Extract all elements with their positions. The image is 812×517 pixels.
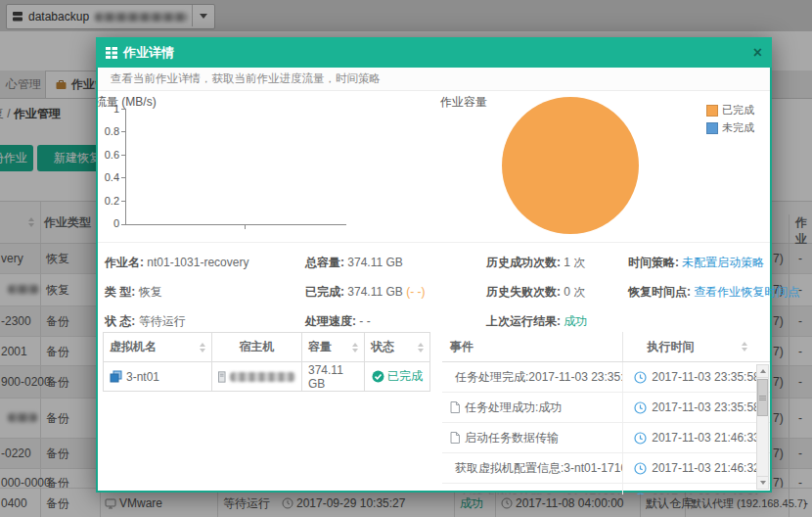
modal-title: 作业详情 [123, 44, 174, 62]
vm-name-header[interactable]: 虚拟机名 [104, 333, 212, 362]
restore-point-label: 恢复时间点: [628, 285, 691, 299]
legend-swatch-completed [706, 105, 718, 117]
server-icon [218, 371, 226, 383]
page: databackup 心管理 作业管 复 / 作业管理 份作业 新建恢复作 作业… [0, 0, 812, 517]
y-tick: 0.2 [105, 195, 119, 207]
job-name-label: 作业名: [105, 256, 144, 269]
pie-chart-title: 作业容量 [440, 94, 487, 111]
clock-icon [634, 401, 647, 414]
clock-icon [634, 462, 647, 475]
event-row: 启动任务数据传输 2017-11-03 21:46:33 [442, 423, 770, 453]
last-result-value: 成功 [564, 314, 587, 328]
capacity-pie-chart [502, 97, 639, 234]
y-tick: 0.6 [105, 149, 119, 161]
vm-capacity: 374.11 GB [308, 363, 358, 391]
event-row: 任务处理完成:2017-11-03 23:35:58 2017-11-03 23… [442, 362, 770, 393]
y-tick: 0.4 [105, 171, 119, 183]
y-tick: 0.8 [105, 125, 119, 137]
speed-label: 处理速度: [305, 314, 356, 328]
schedule-label: 时间策略: [628, 256, 679, 269]
total-capacity-label: 总容量: [305, 256, 344, 269]
speed-value: - - [359, 314, 370, 328]
clock-icon [634, 432, 647, 445]
event-row: 获取虚拟机配置信息:3-nt01-171031 2017-11-03 21:46… [442, 453, 770, 484]
job-status-value: 等待运行 [139, 314, 186, 328]
scroll-down-button[interactable] [757, 476, 768, 489]
job-type-label: 类 型: [105, 285, 135, 299]
grid-icon [106, 47, 117, 59]
vm-icon [110, 370, 122, 383]
completed-value: 374.11 GB [347, 285, 402, 299]
success-count-value: 1 次 [564, 256, 585, 269]
y-tick: 0 [113, 217, 119, 229]
fail-count-value: 0 次 [564, 285, 585, 299]
event-row: 任务处理成功:成功 2017-11-03 23:35:58 [442, 393, 770, 423]
job-type-value: 恢复 [139, 285, 162, 299]
flow-chart-title: 流量 (MB/s) [98, 94, 157, 111]
job-details-modal: 作业详情 × 查看当前作业详情，获取当前作业进度流量，时间策略 流量 (MB/s… [96, 37, 772, 493]
sort-icon [200, 343, 205, 352]
completed-label: 已完成: [305, 285, 344, 299]
restore-point-link[interactable]: 查看作业恢复时间点 [694, 285, 799, 299]
document-icon [450, 401, 460, 413]
status-header[interactable]: 状态 [365, 333, 430, 362]
legend-label-uncompleted: 未完成 [722, 120, 754, 135]
modal-subtitle: 查看当前作业详情，获取当前作业进度流量，时间策略 [98, 68, 770, 91]
event-row: 创建虚拟机快照:3-nt01-171031 2017-11-03 21:46:3… [442, 484, 770, 494]
event-header[interactable]: 事件 [442, 332, 623, 361]
vm-table-row: 3-nt01 374.11 GB 已完成 [104, 362, 430, 392]
completed-extra: (- -) [406, 285, 425, 299]
legend-swatch-uncompleted [706, 122, 718, 134]
scroll-up-button[interactable] [757, 365, 768, 378]
capacity-header[interactable]: 容量 [302, 333, 365, 362]
flow-line-chart: 1 0.8 0.6 0.4 0.2 0 [98, 91, 440, 242]
job-name-value: nt01-1031-recovery [147, 256, 248, 269]
job-details-section: 作业名: nt01-1031-recovery 类 型: 恢复 状 态: 等待运… [98, 242, 770, 329]
sort-icon [352, 343, 358, 352]
sort-icon [742, 342, 747, 352]
modal-header: 作业详情 × [96, 37, 772, 68]
vm-table: 虚拟机名 宿主机 容量 状态 3-nt01 374.11 GB 已完成 [103, 332, 430, 392]
document-icon [450, 432, 460, 444]
legend-label-completed: 已完成 [722, 103, 754, 118]
event-time-header[interactable]: 执行时间 [623, 332, 770, 361]
legend-item-completed: 已完成 [706, 103, 754, 118]
vm-status: 已完成 [387, 368, 423, 385]
events-table: 事件 执行时间 任务处理完成:2017-11-03 23:35:58 2017-… [442, 332, 770, 494]
redacted-host-name [230, 372, 296, 382]
tables-section: 虚拟机名 宿主机 容量 状态 3-nt01 374.11 GB 已完成 事件 执… [98, 329, 770, 494]
scroll-thumb[interactable] [757, 379, 768, 416]
sort-icon [418, 343, 424, 352]
last-result-label: 上次运行结果: [486, 314, 561, 328]
job-status-label: 状 态: [105, 314, 135, 328]
total-capacity-value: 374.11 GB [347, 256, 402, 269]
schedule-link[interactable]: 未配置启动策略 [682, 256, 764, 269]
close-icon[interactable]: × [753, 45, 762, 61]
charts-section: 流量 (MB/s) 1 0.8 0.6 0.4 [98, 91, 770, 242]
legend-item-uncompleted: 未完成 [706, 120, 754, 135]
check-circle-icon [372, 370, 384, 383]
clock-icon [634, 371, 647, 384]
fail-count-label: 历史失败次数: [486, 285, 561, 299]
pie-legend: 已完成 未完成 [706, 103, 754, 138]
vm-name: 3-nt01 [126, 370, 159, 384]
host-header[interactable]: 宿主机 [212, 333, 302, 362]
success-count-label: 历史成功次数: [486, 256, 561, 269]
events-scrollbar[interactable] [756, 364, 769, 490]
clock-icon [634, 493, 647, 495]
document-icon [450, 493, 456, 494]
